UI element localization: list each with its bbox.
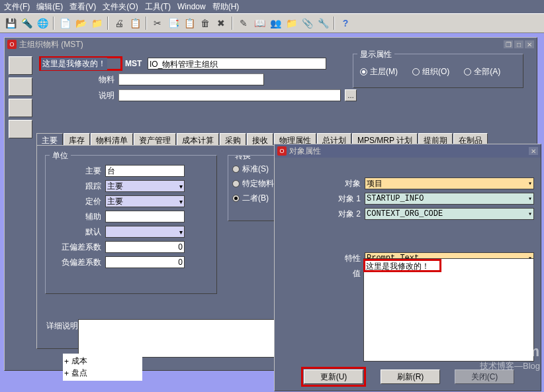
print-icon[interactable]: 🖨 [113, 17, 126, 30]
price-combo[interactable]: 主要 [105, 195, 185, 207]
book-icon[interactable]: 📖 [253, 17, 266, 30]
help-icon[interactable]: ? [339, 17, 352, 30]
side-tab-3[interactable] [9, 99, 32, 117]
prop-buttons: 更新(U) 刷新(R) 关闭(C) [275, 367, 541, 387]
radio-all[interactable]: 全部(A) [464, 66, 500, 77]
radio-master[interactable]: 主层(M) [360, 66, 398, 77]
cut-icon[interactable]: ✂ [151, 17, 164, 30]
track-combo[interactable]: 主要 [105, 180, 185, 192]
header-area: 这里是我修改的！ MST IO_物料管理主组织 物料 说明 … 显示属性 主层(… [36, 56, 530, 109]
prop-title: 对象属性 [289, 146, 321, 157]
display-attr-group: 显示属性 主层(M) 组织(O) 全部(A) [353, 54, 523, 88]
attr-label: 特性 [281, 253, 365, 264]
primary-label: 主要 [46, 166, 105, 177]
radio-org[interactable]: 组织(O) [412, 66, 449, 77]
maximize-icon[interactable]: □ [514, 40, 523, 48]
people-icon[interactable]: 👥 [269, 17, 282, 30]
val-textarea[interactable] [363, 258, 534, 362]
menu-edit[interactable]: 编辑(E) [36, 1, 63, 13]
obj2-combo[interactable]: CONTEXT_ORG_CODE [365, 208, 534, 220]
prop-titlebar: O 对象属性 ✕ [275, 144, 541, 158]
aux-label: 辅助 [46, 211, 105, 222]
display-attr-title: 显示属性 [357, 49, 394, 60]
material-input[interactable] [118, 74, 264, 85]
separator [107, 17, 109, 30]
material-label: 物料 [79, 74, 118, 85]
negdev-label: 负偏差系数 [46, 257, 105, 268]
tree: +成本 +盘点 [63, 354, 142, 381]
obj-combo[interactable]: 项目 [365, 177, 534, 189]
save-icon[interactable]: 💾 [4, 17, 17, 30]
default-label: 默认 [46, 226, 105, 238]
aux-input[interactable] [105, 211, 185, 222]
update-button[interactable]: 更新(U) [304, 369, 363, 384]
desc-input[interactable] [118, 89, 341, 101]
track-label: 跟踪 [46, 181, 105, 192]
side-tab-4[interactable] [9, 120, 32, 138]
obj1-label: 对象 1 [281, 193, 365, 205]
oracle-icon: O [277, 146, 287, 156]
menu-bar: 文件(F) 编辑(E) 查看(V) 文件夹(O) 工具(T) Window 帮助… [0, 0, 544, 13]
unit-title: 单位 [50, 150, 71, 162]
plus-icon: + [64, 357, 69, 366]
default-combo[interactable] [105, 226, 185, 238]
property-dialog: O 对象属性 ✕ 对象项目 对象 1STARTUP_INFO 对象 2CONTE… [274, 144, 541, 391]
toolbar: 💾 🔦 🌐 📄 📂 📁 🖨 📋 ✂ 📑 📋 🗑 ✖ ✎ 📖 👥 📁 📎 🔧 ? [0, 13, 544, 33]
menu-view[interactable]: 查看(V) [69, 1, 96, 13]
negdev-input[interactable] [105, 256, 185, 268]
update-highlight: 更新(U) [301, 367, 366, 387]
folder-open-icon[interactable]: 📂 [74, 17, 87, 30]
val-label: 值 [281, 268, 365, 279]
price-label: 定价 [46, 196, 105, 207]
globe-icon[interactable]: 🌐 [36, 17, 49, 30]
window-title: 主组织物料 (MST) [19, 39, 83, 50]
menu-file[interactable]: 文件(F) [4, 1, 30, 13]
close-icon[interactable]: ✕ [529, 147, 538, 155]
tree-node-cost[interactable]: +成本 [64, 356, 141, 367]
posdev-input[interactable] [105, 241, 185, 253]
paste-icon[interactable]: 📋 [183, 17, 196, 30]
menu-window[interactable]: Window [177, 2, 206, 11]
tree-node-count[interactable]: +盘点 [64, 368, 141, 379]
search-icon[interactable]: 🔦 [20, 17, 33, 30]
menu-help[interactable]: 帮助(H) [212, 1, 240, 13]
folder-icon[interactable]: 📁 [90, 17, 103, 30]
separator [146, 17, 147, 30]
folder2-icon[interactable]: 📁 [285, 17, 298, 30]
separator [53, 17, 54, 30]
menu-tools[interactable]: 工具(T) [145, 1, 171, 13]
window-titlebar: O 主组织物料 (MST) ❐ □ ✕ [5, 38, 537, 51]
conv-title: 转换 [232, 155, 253, 162]
obj-label: 对象 [281, 178, 365, 189]
window-controls: ❐ □ ✕ [504, 40, 537, 48]
separator [334, 17, 335, 30]
modified-label-highlight: 这里是我修改的！ [39, 56, 122, 71]
restore-icon[interactable]: ❐ [504, 40, 513, 48]
desc-lookup-button[interactable]: … [345, 89, 357, 101]
new-icon[interactable]: 📄 [58, 17, 71, 30]
menu-folder[interactable]: 文件夹(O) [103, 1, 138, 13]
close-icon[interactable]: ✕ [525, 40, 534, 48]
edit-icon[interactable]: ✎ [237, 17, 250, 30]
unit-group: 单位 主要 跟踪主要 定价主要 辅助 默认 正偏差系数 负偏差系数 [45, 155, 217, 294]
obj1-combo[interactable]: STARTUP_INFO [365, 193, 534, 205]
tools-icon[interactable]: 🔧 [316, 17, 330, 30]
close-button[interactable]: 关闭(C) [455, 369, 514, 384]
primary-input[interactable] [105, 165, 185, 177]
refresh-button[interactable]: 刷新(R) [381, 369, 440, 384]
org-field[interactable]: IO_物料管理主组织 [148, 58, 326, 70]
oracle-icon: O [7, 40, 17, 49]
attach-icon[interactable]: 📎 [300, 17, 314, 30]
val-value: 这里是我修改的！ [366, 261, 430, 272]
clear-icon[interactable]: ✖ [214, 17, 228, 30]
copy-icon[interactable]: 📑 [167, 17, 180, 30]
mst-label: MST [125, 59, 142, 68]
modified-label: 这里是我修改的！ [41, 58, 107, 70]
delete-icon[interactable]: 🗑 [199, 17, 212, 30]
side-tab-1[interactable] [9, 56, 32, 75]
details-label: 详细说明 [46, 320, 78, 332]
side-tab-2[interactable] [9, 77, 32, 96]
separator [232, 17, 233, 30]
preview-icon[interactable]: 📋 [128, 17, 142, 30]
desc-label: 说明 [79, 90, 118, 101]
